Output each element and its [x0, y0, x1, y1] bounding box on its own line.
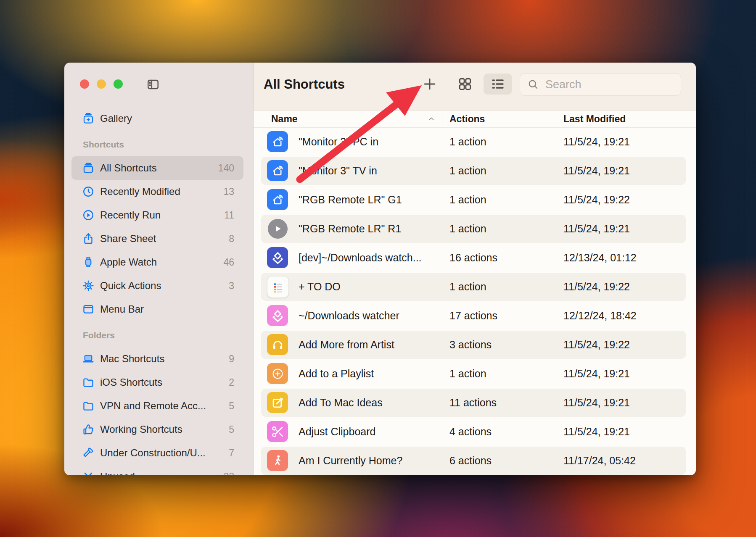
sidebar-item-mac-shortcuts[interactable]: Mac Shortcuts 9 [71, 347, 243, 371]
shortcut-last-modified: 11/5/24, 19:22 [563, 330, 630, 359]
add-shortcut-button[interactable] [418, 74, 441, 95]
grid-view-button[interactable] [453, 74, 477, 95]
shortcut-name: Add to a Playlist [299, 359, 374, 388]
column-divider[interactable] [556, 113, 556, 125]
gear-icon [82, 279, 95, 292]
table-row[interactable]: Adjust Clipboard 4 actions 11/5/24, 19:2… [254, 417, 696, 446]
headphones-tile-icon [267, 334, 288, 355]
shortcut-name: "RGB Remote LR" G1 [299, 185, 402, 214]
sidebar-item-recently-run[interactable]: Recently Run 11 [71, 203, 243, 227]
shortcut-action-count: 1 action [449, 185, 486, 214]
hammer-icon [82, 447, 95, 459]
plus-icon [423, 77, 437, 91]
column-divider[interactable] [442, 113, 442, 125]
search-input[interactable] [545, 78, 672, 92]
table-row[interactable]: ~/Downloads watcher 17 actions 12/12/24,… [254, 301, 696, 330]
shortcut-last-modified: 11/17/24, 05:42 [563, 446, 636, 475]
shortcut-last-modified: 11/5/24, 19:21 [563, 417, 630, 446]
shortcut-action-count: 4 actions [449, 417, 492, 446]
shortcut-action-count: 6 actions [449, 446, 492, 475]
thumbsup-icon [82, 423, 95, 436]
smart-home-tile-icon [267, 131, 288, 152]
sidebar-item-all-shortcuts[interactable]: All Shortcuts 140 [71, 156, 243, 180]
table-row[interactable]: Add More from Artist 3 actions 11/5/24, … [254, 330, 696, 359]
smart-home-tile-icon [267, 189, 288, 210]
table-row[interactable]: "RGB Remote LR" R1 1 action 11/5/24, 19:… [254, 214, 696, 243]
gallery-icon [82, 112, 95, 125]
sidebar-item-ios-shortcuts[interactable]: iOS Shortcuts 2 [71, 371, 243, 394]
search-field[interactable] [520, 73, 681, 96]
sidebar-section-folders: Folders [64, 324, 253, 347]
column-header-last-modified[interactable]: Last Modified [563, 111, 626, 127]
laptop-icon [82, 353, 95, 365]
toggle-sidebar-button[interactable] [145, 78, 161, 93]
sidebar-shortcuts-items: All Shortcuts 140 Recently Modified 13 R… [64, 156, 253, 321]
shortcut-last-modified: 11/5/24, 19:21 [563, 359, 630, 388]
share-icon [82, 232, 95, 245]
shortcut-name: Am I Currently Home? [299, 446, 402, 475]
shortcut-name: Add To Mac Ideas [299, 388, 383, 417]
folder-icon [82, 400, 95, 412]
play-circle-icon [82, 209, 95, 221]
close-button[interactable] [80, 79, 89, 89]
table-row[interactable]: Add To Mac Ideas 11 actions 11/5/24, 19:… [254, 388, 696, 417]
sidebar-item-share-sheet[interactable]: Share Sheet 8 [71, 227, 243, 250]
zoom-button[interactable] [114, 79, 123, 89]
clock-icon [82, 185, 95, 198]
sidebar-item-menu-bar[interactable]: Menu Bar [71, 297, 243, 321]
sidebar-section-shortcuts: Shortcuts [64, 133, 253, 156]
sidebar-item-unused[interactable]: Unused 23 [71, 465, 243, 475]
shortcut-last-modified: 11/5/24, 19:21 [563, 388, 630, 417]
sidebar-item-gallery[interactable]: Gallery [71, 107, 243, 130]
sidebar-item-working-shortcuts[interactable]: Working Shortcuts 5 [71, 418, 243, 441]
sidebar-nav: Gallery Shortcuts All Shortcuts 140 Rece… [64, 107, 253, 475]
search-icon [527, 78, 539, 91]
shortcut-name: [dev]~/Downloads watch... [299, 243, 422, 272]
shortcut-list: "Monitor 3" PC in 1 action 11/5/24, 19:2… [254, 127, 696, 475]
shortcut-action-count: 1 action [449, 127, 486, 156]
table-row[interactable]: "Monitor 3" TV in 1 action 11/5/24, 19:2… [254, 156, 696, 185]
shortcut-action-count: 3 actions [449, 330, 492, 359]
table-row[interactable]: "Monitor 3" PC in 1 action 11/5/24, 19:2… [254, 127, 696, 156]
sidebar-item-apple-watch[interactable]: Apple Watch 46 [71, 250, 243, 274]
play-tile-icon [268, 219, 288, 239]
sidebar-item-recently-modified[interactable]: Recently Modified 13 [71, 180, 243, 203]
stack-icon [82, 162, 95, 174]
shortcut-action-count: 1 action [449, 214, 486, 243]
shortcut-last-modified: 12/12/24, 18:42 [563, 301, 637, 330]
table-row[interactable]: + TO DO 1 action 11/5/24, 19:22 [254, 272, 696, 301]
list-view-button[interactable] [484, 74, 512, 95]
shortcut-name: "RGB Remote LR" R1 [299, 214, 401, 243]
sidebar: Gallery Shortcuts All Shortcuts 140 Rece… [64, 63, 254, 475]
plus-circle-tile-icon [267, 363, 288, 384]
table-header: Name Actions Last Modified [254, 111, 696, 128]
shortcut-name: + TO DO [299, 272, 341, 301]
column-header-name[interactable]: Name [271, 111, 298, 127]
list-view-icon [490, 76, 505, 92]
sidebar-item-quick-actions[interactable]: Quick Actions 3 [71, 274, 243, 297]
shortcut-last-modified: 11/5/24, 19:21 [563, 156, 630, 185]
shortcut-name: Adjust Clipboard [299, 417, 375, 446]
smart-home-tile-icon [267, 160, 288, 181]
shortcut-action-count: 11 actions [449, 388, 497, 417]
sidebar-item-under-construction-u[interactable]: Under Construction/U... 7 [71, 441, 243, 465]
shortcut-action-count: 1 action [449, 359, 486, 388]
shortcut-action-count: 1 action [449, 272, 486, 301]
toolbar: All Shortcuts [254, 63, 696, 111]
traffic-lights [80, 79, 123, 89]
sort-ascending-icon [428, 115, 435, 124]
table-row[interactable]: Add to a Playlist 1 action 11/5/24, 19:2… [254, 359, 696, 388]
layers-tile-icon [267, 247, 288, 268]
table-row[interactable]: Am I Currently Home? 6 actions 11/17/24,… [254, 446, 696, 475]
shortcut-last-modified: 12/13/24, 01:12 [563, 243, 637, 272]
sidebar-item-label: Gallery [100, 113, 132, 124]
shortcut-name: ~/Downloads watcher [299, 301, 399, 330]
sidebar-item-vpn-and-remote-acc[interactable]: VPN and Remote Acc... 5 [71, 394, 243, 418]
column-header-actions[interactable]: Actions [449, 111, 485, 127]
minimize-button[interactable] [97, 79, 106, 89]
shortcut-last-modified: 11/5/24, 19:21 [563, 214, 630, 243]
shortcut-action-count: 1 action [449, 156, 486, 185]
table-row[interactable]: "RGB Remote LR" G1 1 action 11/5/24, 19:… [254, 185, 696, 214]
table-row[interactable]: [dev]~/Downloads watch... 16 actions 12/… [254, 243, 696, 272]
shortcut-name: "Monitor 3" TV in [299, 156, 377, 185]
